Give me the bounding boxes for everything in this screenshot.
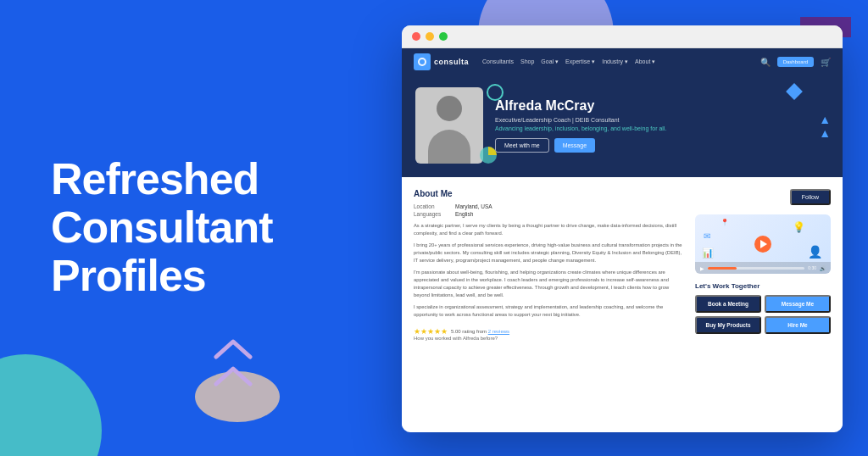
deco-teal-circle [0,354,102,456]
browser-dot-minimize [426,32,434,41]
nav-industry[interactable]: Industry ▾ [602,58,628,65]
nav-goal[interactable]: Goal ▾ [541,58,559,65]
location-field: Location Maryland, USA [414,203,683,209]
cart-icon[interactable]: 🛒 [821,58,831,67]
site-logo: consulta [414,53,469,70]
review-prompt: How you worked with Alfreda before? [414,336,683,341]
profile-subtitle: Advancing leadership, inclusion, belongi… [495,125,829,131]
languages-value: English [455,211,473,217]
svg-point-1 [420,59,425,64]
buy-products-button[interactable]: Buy My Products [695,316,761,334]
follow-button[interactable]: Follow [790,189,831,205]
avatar-body [428,130,470,164]
video-illustration: 💡 ✉ 👤 📊 📍 ▶ 0:30 🔊 [695,214,831,274]
video-progress-fill [708,267,737,270]
book-meeting-button[interactable]: Book a Meeting [695,295,761,313]
right-panel: Follow 💡 ✉ 👤 📊 📍 ▶ [695,189,831,414]
languages-label: Languages [414,211,452,217]
profile-up-arrows: ▲ ▲ [819,114,831,139]
video-controls: ▶ 0:30 🔊 [695,262,831,274]
mail-icon: ✉ [704,231,710,241]
hero-title: Refreshed Consultant Profiles [51,155,339,301]
browser-chrome [402,25,843,48]
work-together-title: Let's Work Together [695,282,831,290]
nav-about[interactable]: About ▾ [635,58,655,65]
up-arrow-icon-2: ▲ [819,127,831,139]
dashboard-button[interactable]: Dashboard [777,57,814,67]
meet-button[interactable]: Meet with me [495,138,549,153]
chevron-decoration [212,337,254,388]
about-text-2: I bring 20+ years of professional servic… [414,242,683,264]
location-pin-icon: 📍 [721,219,729,226]
deco-pie-chart [478,145,498,165]
about-text-1: As a strategic partner, I serve my clien… [414,222,683,236]
video-preview[interactable]: 💡 ✉ 👤 📊 📍 ▶ 0:30 🔊 [695,214,831,274]
video-play-icon[interactable]: ▶ [700,265,704,271]
chevron-up-icon-2 [212,364,254,388]
play-button[interactable] [754,236,771,253]
profile-photo [415,87,483,164]
header-right: 🔍 Dashboard 🛒 [760,57,831,67]
profile-title: Executive/Leadership Coach | DEIB Consul… [495,116,829,125]
reviews-link[interactable]: 2 reviews [488,329,509,334]
site-header: consulta Consultants Shop Goal ▾ Experti… [402,48,843,75]
avatar-head [437,96,462,121]
profile-buttons: Meet with me Message [495,138,829,153]
star-rating: ★★★★★ [414,327,448,336]
browser-dot-close [412,32,420,41]
hero-section: Refreshed Consultant Profiles [51,155,339,301]
profile-info: Alfreda McCray Executive/Leadership Coac… [495,98,829,153]
about-text-3: I'm passionate about well-being, flouris… [414,269,683,298]
hire-me-button[interactable]: Hire Me [765,316,831,334]
play-triangle-icon [760,240,767,248]
location-label: Location [414,203,452,209]
nav-consultants[interactable]: Consultants [482,58,514,65]
nav-expertise[interactable]: Expertise ▾ [565,58,595,65]
languages-field: Languages English [414,211,683,217]
video-volume-icon[interactable]: 🔊 [820,265,826,271]
profile-name: Alfreda McCray [495,98,829,114]
about-title: About Me [414,189,683,198]
message-button[interactable]: Message [554,138,595,153]
rating-value: 5.00 rating from 2 reviews [451,329,509,334]
chevron-up-icon [212,337,254,361]
video-time: 0:30 [808,265,816,270]
rating-section: ★★★★★ 5.00 rating from 2 reviews [414,327,683,336]
profile-header: Alfreda McCray Executive/Leadership Coac… [402,75,843,177]
location-value: Maryland, USA [455,203,492,209]
bulb-icon: 💡 [793,221,805,233]
profile-photo-container [415,87,483,164]
deco-circle [487,84,504,101]
search-icon[interactable]: 🔍 [760,58,771,67]
work-together-section: Let's Work Together Book a Meeting Messa… [695,282,831,334]
video-progress-bar[interactable] [708,267,804,270]
about-section: About Me Location Maryland, USA Language… [414,189,683,414]
site-name: consulta [434,58,469,66]
browser-dot-maximize [439,32,448,41]
browser-window: consulta Consultants Shop Goal ▾ Experti… [402,25,843,432]
cta-grid: Book a Meeting Message Me Buy My Product… [695,295,831,334]
message-me-button[interactable]: Message Me [765,295,831,313]
person-icon: 👤 [808,245,822,259]
site-nav: Consultants Shop Goal ▾ Expertise ▾ Indu… [482,58,655,65]
logo-icon [414,53,431,70]
nav-shop[interactable]: Shop [520,58,534,65]
chart-icon: 📊 [702,247,714,259]
about-text-4: I specialize in organizational assessmen… [414,303,683,318]
profile-body: About Me Location Maryland, USA Language… [402,177,843,426]
up-arrow-icon-1: ▲ [819,114,831,125]
